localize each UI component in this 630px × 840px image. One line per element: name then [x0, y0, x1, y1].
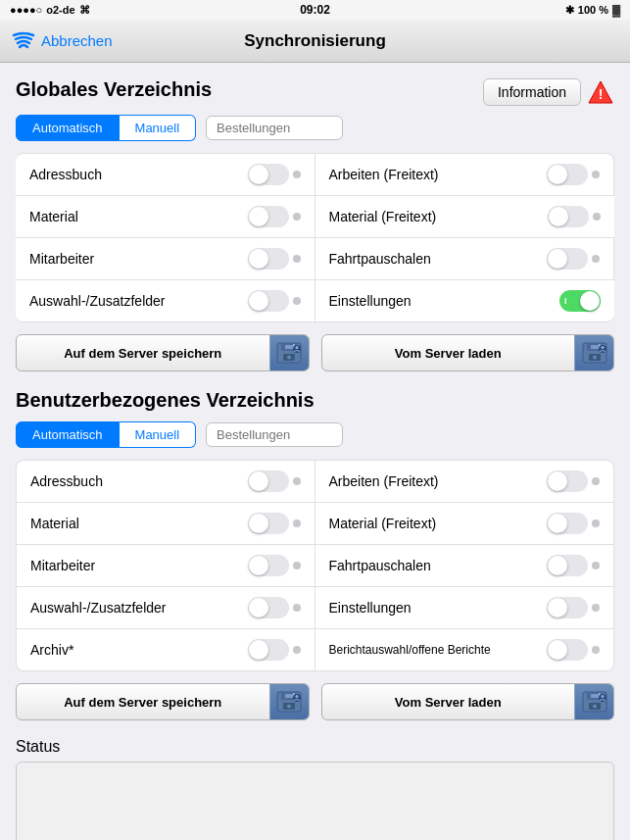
- global-adressbuch-row: Adressbuch: [16, 153, 315, 196]
- back-label: Abbrechen: [41, 32, 113, 49]
- global-fahrt-toggle[interactable]: [547, 248, 588, 270]
- user-einstellungen-toggle[interactable]: [547, 597, 588, 618]
- user-einstellungen-label: Einstellungen: [329, 600, 412, 616]
- user-bericht-toggle[interactable]: [547, 639, 588, 661]
- user-auswahl-dot: [293, 604, 301, 612]
- global-save-label: Auf dem Server speichern: [17, 338, 269, 369]
- global-material-label: Material: [29, 209, 78, 224]
- user-material-toggle[interactable]: [248, 513, 289, 534]
- user-right-col: Arbeiten (Freitext) Material (Freitext) …: [315, 460, 615, 671]
- user-mitarbeiter-row: Mitarbeiter: [16, 545, 315, 587]
- global-einstellungen-row: Einstellungen I: [315, 280, 615, 322]
- main-content: Globales Verzeichnis Information ! Autom…: [0, 63, 630, 840]
- user-mitarbeiter-dot: [293, 562, 301, 569]
- user-manual-btn[interactable]: Manuell: [120, 421, 197, 448]
- user-material-label: Material: [30, 516, 79, 531]
- global-arbeiten-row: Arbeiten (Freitext): [315, 153, 615, 196]
- global-load-button[interactable]: Vom Server laden: [321, 334, 615, 371]
- warning-icon: !: [587, 78, 614, 106]
- svg-point-29: [593, 705, 597, 709]
- user-save-icon: [269, 684, 309, 719]
- svg-point-25: [296, 695, 299, 698]
- user-load-button[interactable]: Vom Server laden: [321, 683, 615, 720]
- app-logo-icon: [10, 27, 37, 55]
- global-material-toggle[interactable]: [248, 206, 289, 227]
- user-save-label: Auf dem Server speichern: [17, 687, 269, 717]
- user-archiv-toggle[interactable]: [248, 639, 289, 661]
- user-segment-input[interactable]: [206, 422, 343, 447]
- global-auswahl-dot: [293, 297, 301, 305]
- global-right-col: Arbeiten (Freitext) Material (Freitext) …: [315, 153, 615, 322]
- global-material-freitext-dot: [593, 213, 601, 221]
- user-bericht-label: Berichtauswahl/offene Berichte: [329, 643, 491, 657]
- user-arbeiten-toggle[interactable]: [547, 470, 588, 492]
- global-mitarbeiter-row: Mitarbeiter: [16, 238, 315, 280]
- global-einstellungen-toggle[interactable]: I: [559, 290, 601, 312]
- svg-rect-14: [591, 345, 599, 349]
- user-mitarbeiter-toggle[interactable]: [248, 555, 289, 576]
- user-save-button[interactable]: Auf dem Server speichern: [16, 683, 310, 720]
- user-bericht-row: Berichtauswahl/offene Berichte: [315, 629, 615, 671]
- user-segment: Automatisch Manuell: [16, 421, 196, 448]
- user-settings-grid: Adressbuch Material Mitarbeiter: [16, 460, 614, 671]
- status-left: ●●●●○ o2-de ⌘: [10, 4, 90, 17]
- global-auswahl-toggle[interactable]: [248, 290, 289, 312]
- global-adressbuch-dot: [293, 171, 301, 178]
- global-arbeiten-dot: [592, 171, 600, 178]
- global-arbeiten-label: Arbeiten (Freitext): [329, 167, 439, 182]
- user-material-freitext-dot: [592, 519, 600, 527]
- nav-bar: Abbrechen Synchronisierung: [0, 20, 630, 63]
- user-einstellungen-row: Einstellungen: [315, 587, 615, 629]
- user-arbeiten-dot: [592, 477, 600, 485]
- global-material-freitext-label: Material (Freitext): [329, 209, 437, 224]
- svg-point-33: [601, 695, 604, 698]
- global-load-label: Vom Server laden: [322, 338, 575, 369]
- user-arbeiten-row: Arbeiten (Freitext): [315, 460, 615, 503]
- global-material-freitext-row: Material (Freitext): [315, 196, 615, 238]
- user-material-freitext-toggle[interactable]: [547, 513, 588, 534]
- global-mitarbeiter-toggle[interactable]: [248, 248, 289, 270]
- user-adressbuch-row: Adressbuch: [16, 460, 315, 503]
- user-auswahl-label: Auswahl-/Zusatzfelder: [30, 600, 167, 616]
- user-material-row: Material: [16, 503, 315, 545]
- user-load-label: Vom Server laden: [322, 687, 575, 717]
- user-archiv-dot: [293, 646, 301, 654]
- info-button[interactable]: Information: [483, 78, 581, 106]
- global-auswahl-row: Auswahl-/Zusatzfelder: [16, 280, 315, 322]
- global-auswahl-label: Auswahl-/Zusatzfelder: [29, 293, 166, 309]
- status-time: 09:02: [300, 3, 330, 17]
- nav-title: Synchronisierung: [244, 31, 386, 51]
- global-settings-grid: Adressbuch Material Mitarbeiter: [16, 153, 614, 322]
- user-bericht-dot: [592, 646, 600, 654]
- global-segment-input[interactable]: [206, 116, 343, 140]
- global-material-freitext-toggle[interactable]: [548, 206, 589, 227]
- global-section-title: Globales Verzeichnis: [16, 78, 212, 101]
- global-mitarbeiter-label: Mitarbeiter: [29, 251, 94, 267]
- global-auto-btn[interactable]: Automatisch: [16, 115, 120, 141]
- user-adressbuch-label: Adressbuch: [30, 473, 103, 489]
- back-button[interactable]: Abbrechen: [10, 27, 113, 55]
- svg-point-9: [296, 346, 299, 349]
- global-adressbuch-label: Adressbuch: [29, 167, 102, 182]
- user-adressbuch-toggle[interactable]: [248, 470, 289, 492]
- bluetooth-icon: ✱: [565, 4, 574, 17]
- svg-rect-22: [285, 694, 293, 698]
- global-save-button[interactable]: Auf dem Server speichern: [16, 334, 310, 371]
- global-fahrt-row: Fahrtpauschalen: [315, 238, 615, 280]
- svg-point-17: [601, 346, 604, 349]
- battery-icon: ▓: [612, 4, 620, 16]
- user-auswahl-row: Auswahl-/Zusatzfelder: [16, 587, 315, 629]
- user-fahrt-dot: [592, 562, 600, 569]
- user-fahrt-toggle[interactable]: [547, 555, 588, 576]
- global-adressbuch-toggle[interactable]: [248, 164, 289, 185]
- svg-rect-6: [285, 345, 293, 349]
- global-manual-btn[interactable]: Manuell: [120, 115, 197, 141]
- user-auswahl-toggle[interactable]: [248, 597, 289, 618]
- user-material-freitext-row: Material (Freitext): [315, 503, 615, 545]
- global-arbeiten-toggle[interactable]: [547, 164, 588, 185]
- user-auto-btn[interactable]: Automatisch: [16, 421, 120, 448]
- user-section-title: Benutzerbezogenes Verzeichnis: [16, 389, 614, 412]
- svg-point-5: [287, 356, 291, 360]
- global-save-icon: [269, 335, 309, 371]
- global-material-dot: [293, 213, 301, 221]
